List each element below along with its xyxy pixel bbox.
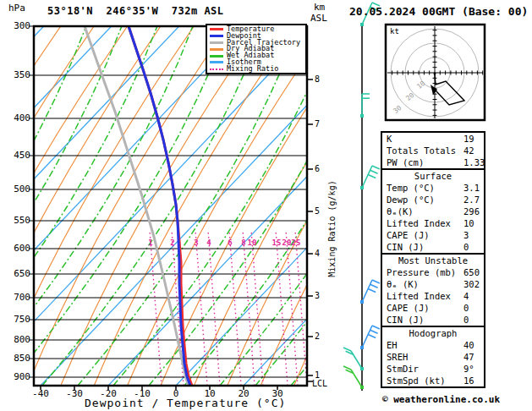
stats-row: θₑ (K)302 [382, 278, 484, 290]
stats-value: 10 [463, 217, 474, 229]
legend-swatch-dry-adiabat [210, 48, 223, 51]
legend-item: Mixing Ratio [207, 66, 305, 73]
stats-label: CIN (J) [387, 241, 463, 253]
stats-label: K [387, 133, 463, 145]
stats-label: CAPE (J) [387, 229, 463, 241]
copyright: © weatheronline.co.uk [382, 394, 500, 405]
mixing-ratio-value: 1 [148, 238, 152, 247]
temp-tick-label: -30 [58, 388, 91, 399]
stats-label: CIN (J) [387, 314, 463, 326]
pressure-tick-label: 750 [0, 314, 30, 325]
temp-tick-label: 0 [159, 388, 193, 399]
stats-value: 9° [463, 363, 474, 375]
stats-label: PW (cm) [387, 156, 463, 168]
stats-value: 650 [463, 266, 480, 278]
stats-label: EH [387, 339, 463, 351]
hodograph-trace-arrowhead [431, 85, 437, 95]
wind-barb [343, 348, 362, 369]
wind-barb [362, 280, 380, 302]
stats-section-header: Surface [382, 170, 484, 182]
stats-section-header: Hodograph [382, 327, 484, 339]
wind-barb [343, 366, 362, 387]
stats-box-surface: SurfaceTemp (°C)3.1Dewp (°C)2.7θₑ(K)296L… [381, 168, 485, 255]
legend-swatch-dewpoint [210, 35, 223, 37]
stats-row: CIN (J)0 [382, 241, 484, 253]
stats-row: StmDir9° [382, 363, 484, 375]
pressure-tick-label: 400 [0, 112, 30, 123]
legend-swatch-parcel-trajectory [210, 41, 223, 44]
temp-tick-label: 30 [261, 388, 294, 399]
parcel-trajectory-curve [85, 26, 189, 386]
stats-row: CAPE (J)0 [382, 302, 484, 314]
stats-value: 40 [463, 339, 474, 351]
stats-value: 0 [463, 302, 469, 314]
mixing-ratio-line [195, 230, 207, 386]
mixing-ratio-value: 10 [248, 238, 257, 247]
mixing-ratio-line [251, 230, 263, 386]
stats-value: 302 [463, 278, 480, 290]
stats-row: Lifted Index4 [382, 290, 484, 302]
stats-value: 4 [463, 290, 469, 302]
wind-barb [362, 94, 370, 116]
legend-swatch-wet-adiabat [210, 55, 223, 58]
wind-barb [362, 166, 380, 188]
stats-row: Temp (°C)3.1 [382, 182, 484, 194]
stats-label: SREH [387, 351, 463, 363]
stats-value: 47 [463, 351, 474, 363]
mixing-ratio-value: 8 [241, 238, 245, 247]
lcl-label: LCL [312, 379, 327, 388]
stats-value: 3.1 [463, 182, 480, 194]
pressure-tick-label: 450 [0, 150, 30, 161]
altitude-axis-unit-asl: ASL [310, 13, 327, 24]
km-tick-label: 2 [315, 332, 320, 341]
stats-label: CAPE (J) [387, 302, 463, 314]
stats-value: 42 [463, 145, 474, 156]
pressure-tick-label: 550 [0, 215, 30, 226]
km-tick-label: 5 [315, 206, 320, 216]
stats-row: CAPE (J)3 [382, 229, 484, 241]
stats-value: 2.7 [463, 194, 480, 206]
mixing-ratio-line [243, 230, 255, 386]
stats-value: 16 [463, 375, 474, 386]
stats-row: StmSpd (kt)16 [382, 375, 484, 386]
stats-value: 0 [463, 314, 469, 326]
pressure-tick-label: 650 [0, 268, 30, 279]
mixing-ratio-value: 2 [170, 238, 174, 247]
pressure-tick-label: 600 [0, 243, 30, 254]
pressure-tick-label: 900 [0, 371, 30, 382]
stats-box-indices: K19Totals Totals42PW (cm)1.33 [381, 131, 485, 170]
stats-label: Dewp (°C) [387, 194, 463, 206]
stats-row: Pressure (mb)650 [382, 266, 484, 278]
temp-tick-label: -10 [125, 388, 159, 399]
wind-level-marker [360, 114, 364, 118]
mixing-ratio-value: 20 [282, 238, 292, 247]
mixing-ratio-value: 25 [292, 238, 301, 247]
mixing-ratio-value: 3 [194, 238, 198, 247]
mixing-ratio-line [150, 230, 162, 386]
stats-value: 19 [463, 133, 474, 145]
km-tick-label: 1 [315, 370, 320, 380]
km-tick-label: 8 [315, 74, 320, 84]
temp-tick-label: -40 [24, 388, 58, 399]
mixing-ratio-value: 15 [272, 238, 282, 247]
pressure-tick-label: 350 [0, 69, 30, 80]
legend-label: Mixing Ratio [227, 66, 278, 73]
stats-row: Lifted Index10 [382, 217, 484, 229]
run-datetime: 20.05.2024 00GMT (Base: 00) [349, 5, 528, 18]
stats-label: θₑ(K) [387, 206, 463, 217]
stats-section-header: Most Unstable [382, 255, 484, 266]
wind-level-marker [360, 367, 364, 370]
mixing-ratio-axis-label: Mixing Ratio (g/kg) [327, 170, 337, 288]
pressure-tick-label: 850 [0, 353, 30, 364]
mixing-ratio-value: 6 [228, 238, 232, 247]
km-tick-label: 7 [315, 119, 320, 129]
stats-value: 296 [463, 206, 480, 217]
pressure-axis-unit: hPa [8, 3, 25, 14]
temp-tick-label: 10 [193, 388, 227, 399]
stats-label: Pressure (mb) [387, 266, 463, 278]
stats-label: Lifted Index [387, 290, 463, 302]
km-tick-label: 4 [315, 249, 320, 258]
stats-value: 3 [463, 229, 469, 241]
wet-adiabat-line [78, 26, 299, 386]
stats-label: StmDir [387, 363, 463, 375]
